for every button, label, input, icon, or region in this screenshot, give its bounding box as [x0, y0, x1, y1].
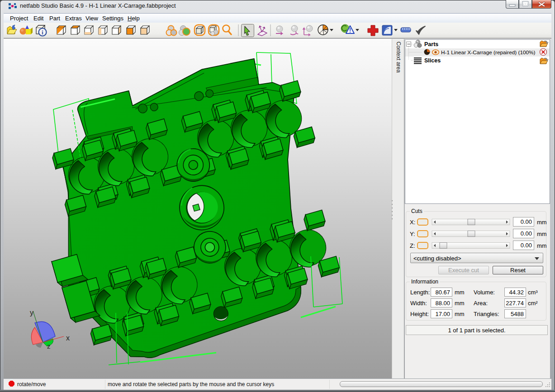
svg-text:z: z — [47, 342, 51, 350]
svg-text:y: y — [30, 309, 33, 316]
svg-text:X:: X: — [410, 219, 415, 226]
svg-text:Slices: Slices — [424, 57, 441, 64]
svg-text:Parts: Parts — [424, 41, 438, 47]
svg-text:H-1 Linear X-Carrage (repaired: H-1 Linear X-Carrage (repaired) (100%) — [441, 49, 536, 56]
svg-text:Z:: Z: — [410, 242, 415, 249]
svg-text:Y:: Y: — [410, 231, 415, 237]
svg-text:x: x — [66, 334, 70, 342]
